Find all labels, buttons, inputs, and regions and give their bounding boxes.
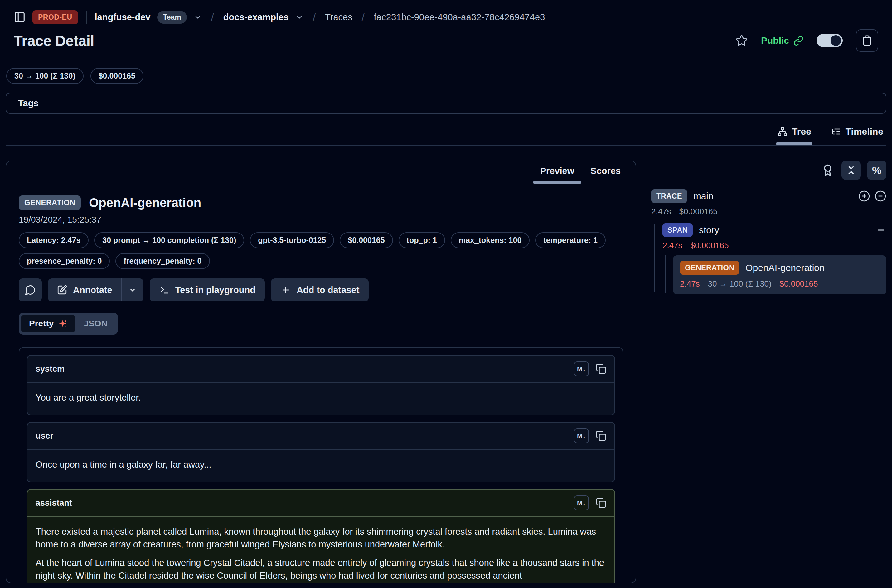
- public-toggle[interactable]: [817, 34, 843, 47]
- active-tab-indicator: [533, 181, 581, 184]
- observation-header: GENERATION OpenAI-generation: [19, 195, 623, 210]
- tab-preview[interactable]: Preview: [533, 161, 581, 184]
- tab-timeline-label: Timeline: [845, 126, 883, 137]
- tab-scores[interactable]: Scores: [584, 161, 628, 184]
- copy-icon[interactable]: [596, 430, 606, 441]
- bookmark-star-icon[interactable]: [736, 34, 748, 47]
- copy-icon[interactable]: [596, 498, 606, 508]
- breadcrumb-separator: /: [211, 12, 214, 23]
- observation-type-badge: GENERATION: [19, 195, 81, 210]
- org-type-badge: Team: [157, 11, 186, 24]
- message-content: You are a great storyteller.: [27, 382, 614, 415]
- trace-tree-panel: % TRACE main: [651, 160, 886, 294]
- observation-badge: Latency: 2.47s: [19, 232, 89, 248]
- tree-controls: %: [651, 160, 886, 180]
- message-tools: M↓: [574, 362, 606, 376]
- public-link-icon[interactable]: [793, 36, 803, 45]
- tab-scores-label: Scores: [584, 166, 628, 181]
- message-paragraph: At the heart of Lumina stood the towerin…: [36, 556, 606, 582]
- breadcrumb: PROD-EU langfuse-dev Team / docs-example…: [6, 0, 886, 25]
- markdown-toggle-icon[interactable]: M↓: [574, 362, 589, 376]
- span-type-badge: SPAN: [662, 223, 693, 237]
- project-chevron-down-icon[interactable]: [295, 13, 303, 21]
- org-chevron-down-icon[interactable]: [194, 13, 202, 21]
- message-paragraph: Once upon a time in a galaxy far, far aw…: [36, 458, 606, 471]
- view-tabs: Tree Timeline: [6, 124, 886, 146]
- annotate-split-button: Annotate: [48, 278, 143, 302]
- observation-badge: temperature: 1: [535, 232, 606, 248]
- token-usage-badge: 30 → 100 (Σ 130): [6, 68, 84, 84]
- markdown-toggle-icon[interactable]: M↓: [574, 495, 589, 510]
- test-in-playground-button[interactable]: Test in playground: [150, 278, 265, 302]
- message-block-system: systemM↓You are a great storyteller.: [27, 355, 615, 415]
- tab-tree[interactable]: Tree: [776, 124, 812, 145]
- delete-trace-button[interactable]: [856, 29, 878, 52]
- annotate-dropdown-button[interactable]: [122, 278, 143, 302]
- collapse-tree-icon[interactable]: [874, 190, 886, 202]
- message-role-label: assistant: [36, 498, 72, 508]
- sparkles-icon: [58, 319, 68, 328]
- title-row: Trace Detail Public: [6, 25, 886, 52]
- trace-metrics: 2.47s $0.000165: [651, 207, 886, 216]
- tree-row-trace[interactable]: TRACE main: [651, 189, 886, 203]
- collapse-all-button[interactable]: [841, 160, 861, 180]
- format-json-option[interactable]: JSON: [75, 315, 116, 332]
- expand-all-icon[interactable]: [858, 190, 870, 202]
- observation-badges: Latency: 2.47s30 prompt → 100 completion…: [19, 232, 623, 269]
- span-metrics: 2.47s $0.000165: [662, 241, 886, 250]
- tags-container[interactable]: Tags: [6, 93, 886, 114]
- add-to-dataset-button[interactable]: Add to dataset: [271, 278, 369, 302]
- generation-latency: 2.47s: [680, 279, 700, 289]
- observation-badge: 30 prompt → 100 completion (Σ 130): [94, 232, 244, 248]
- toggle-knob: [830, 35, 841, 46]
- award-icon[interactable]: [821, 164, 834, 177]
- timeline-icon: [831, 127, 841, 136]
- annotate-label: Annotate: [73, 285, 112, 295]
- trace-cost: $0.000165: [679, 207, 718, 216]
- span-children: GENERATION OpenAI-generation 2.47s 30 → …: [662, 255, 886, 294]
- breadcrumb-org[interactable]: langfuse-dev: [95, 12, 151, 22]
- title-actions: Public: [736, 29, 878, 52]
- format-pretty-option[interactable]: Pretty: [21, 315, 75, 332]
- message-header: userM↓: [27, 423, 614, 450]
- collapse-span-icon[interactable]: [876, 225, 886, 236]
- panel-tabs: Preview Scores: [6, 161, 636, 184]
- breadcrumb-separator: /: [362, 12, 365, 23]
- observation-timestamp: 19/03/2024, 15:25:37: [19, 215, 623, 225]
- observation-actions: Annotate Test in playground: [19, 278, 623, 302]
- copy-icon[interactable]: [596, 363, 606, 374]
- trace-children: SPAN story 2.47s $0.000165: [651, 223, 886, 294]
- cost-badge: $0.000165: [90, 68, 143, 84]
- trace-detail-page: PROD-EU langfuse-dev Team / docs-example…: [0, 0, 892, 588]
- trace-summary-badges: 30 → 100 (Σ 130) $0.000165: [6, 60, 886, 92]
- trace-type-badge: TRACE: [651, 189, 687, 203]
- tab-tree-label: Tree: [792, 126, 811, 137]
- tab-timeline[interactable]: Timeline: [830, 124, 884, 145]
- markdown-toggle-icon[interactable]: M↓: [574, 428, 589, 443]
- observation-badge: top_p: 1: [399, 232, 445, 248]
- metrics-percent-button[interactable]: %: [867, 160, 886, 180]
- message-paragraph: There existed a majestic planet called L…: [36, 525, 606, 551]
- tree-row-generation-selected[interactable]: GENERATION OpenAI-generation 2.47s 30 → …: [673, 255, 886, 294]
- breadcrumb-traces-link[interactable]: Traces: [325, 12, 353, 22]
- messages-container: systemM↓You are a great storyteller.user…: [19, 347, 623, 584]
- generation-metrics: 2.47s 30 → 100 (Σ 130) $0.000165: [680, 279, 880, 289]
- comment-button[interactable]: [19, 278, 42, 302]
- page-title: Trace Detail: [14, 32, 94, 49]
- annotate-button[interactable]: Annotate: [48, 278, 121, 302]
- pretty-label: Pretty: [29, 319, 54, 328]
- annotate-pen-icon: [57, 285, 68, 295]
- message-content: Once upon a time in a galaxy far, far aw…: [27, 450, 614, 482]
- plus-icon: [280, 285, 291, 295]
- sidebar-toggle-icon[interactable]: [14, 11, 26, 23]
- message-paragraph: You are a great storyteller.: [36, 391, 606, 404]
- main-content: Preview Scores GENERATION OpenAI-generat…: [6, 160, 886, 584]
- generation-type-badge: GENERATION: [680, 261, 739, 274]
- observation-badge: gpt-3.5-turbo-0125: [250, 232, 334, 248]
- tree-row-span[interactable]: SPAN story: [662, 223, 886, 237]
- format-toggle: Pretty JSON: [19, 313, 118, 334]
- breadcrumb-project[interactable]: docs-examples: [223, 12, 289, 22]
- json-label: JSON: [84, 319, 107, 328]
- observation-detail-card: Preview Scores GENERATION OpenAI-generat…: [6, 160, 636, 584]
- environment-badge: PROD-EU: [32, 10, 78, 24]
